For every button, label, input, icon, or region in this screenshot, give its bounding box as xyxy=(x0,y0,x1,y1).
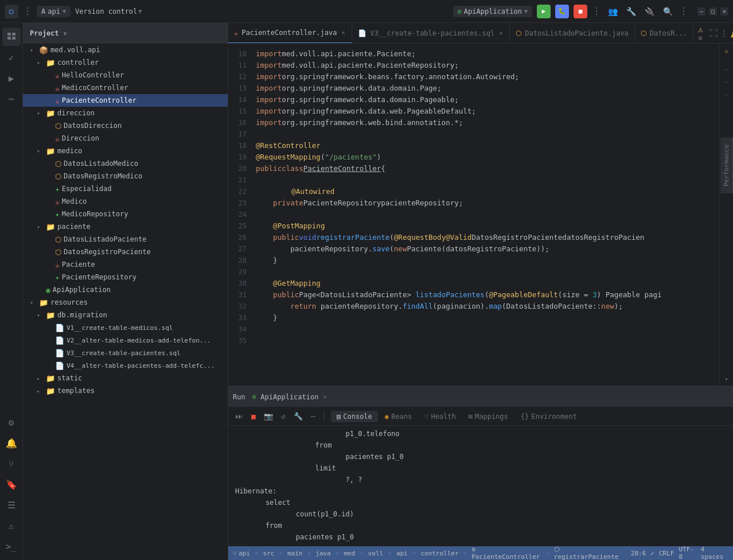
tree-item-v4-sql[interactable]: 📄 V4__alter-table-pacientes-add-telefc..… xyxy=(23,359,228,372)
gutter-warn-icon[interactable]: ⚠ xyxy=(722,46,731,55)
code-editor[interactable]: import med.voll.api.paciente.Paciente; i… xyxy=(251,44,719,386)
status-med[interactable]: med xyxy=(344,550,355,557)
tree-item-paciente-folder[interactable]: ▾ 📁 paciente xyxy=(23,220,228,233)
tree-item-medico-folder[interactable]: ▾ 📁 medico xyxy=(23,145,228,157)
screenshot-icon[interactable]: 📷 xyxy=(263,411,274,422)
bottom-api-tab-label[interactable]: ApiApplication xyxy=(260,393,318,401)
stop-process-icon[interactable]: ■ xyxy=(248,411,259,422)
tree-item-resources[interactable]: ▾ 📁 resources xyxy=(23,296,228,309)
beans-tab[interactable]: ◉ Beans xyxy=(379,411,418,422)
tab-datos-listado-paciente[interactable]: ⬡ DatosListadoPaciente.java xyxy=(510,23,635,44)
git-icon[interactable]: ⑂ xyxy=(2,454,21,473)
commit-icon[interactable]: ✓ xyxy=(2,48,21,67)
tree-item[interactable]: ▾ 📦 med.voll.api xyxy=(23,44,228,56)
status-src[interactable]: src xyxy=(263,550,275,557)
run-config-selector[interactable]: ⚙ ApiApplication ▼ xyxy=(453,6,532,17)
stop-button[interactable]: ■ xyxy=(574,5,587,18)
settings-icon[interactable]: ⚙ xyxy=(2,413,21,431)
bottom-run-tab-label[interactable]: Run xyxy=(233,393,245,401)
project-selector[interactable]: A api ▼ xyxy=(37,6,71,17)
status-git-branch[interactable]: ⑂ api xyxy=(233,550,250,557)
status-line-endings[interactable]: CRLF xyxy=(659,550,674,557)
mappings-tab[interactable]: ⊞ Mappings xyxy=(463,411,514,422)
actuator-icon[interactable]: 🔧 xyxy=(293,411,304,422)
more-tools-icon[interactable]: ⋯ xyxy=(2,90,21,108)
tab-close[interactable]: ✕ xyxy=(498,29,504,37)
status-class-name[interactable]: ⚙ PacienteController xyxy=(471,546,541,560)
todo-icon[interactable]: ⚠ xyxy=(2,516,21,535)
project-view-icon[interactable] xyxy=(2,28,21,46)
tab-v3-sql[interactable]: 📄 V3__create-table-pacientes.sql ✕ xyxy=(352,23,510,44)
version-control-selector[interactable]: Version control ▼ xyxy=(75,7,142,15)
terminal-icon[interactable]: >_ xyxy=(2,537,21,555)
project-panel-header[interactable]: Project ▼ xyxy=(23,23,228,44)
notifications-icon[interactable]: 🔔 xyxy=(2,434,21,452)
structure-icon[interactable]: ☰ xyxy=(2,496,21,514)
editor-main-row: 10 11 12 13 14 15 16 17 18 19 20 21 22 2… xyxy=(228,44,733,386)
plugins-icon[interactable]: 🔌 xyxy=(642,5,656,18)
status-main[interactable]: main xyxy=(287,550,303,557)
search-everywhere-icon[interactable]: 🔍 xyxy=(661,5,674,18)
tab-datos-r[interactable]: ⬡ DatosR... xyxy=(635,23,693,44)
status-indent[interactable]: 4 spaces xyxy=(701,546,728,560)
gutter-scroll-down[interactable]: ▾ xyxy=(722,374,731,383)
tools-icon[interactable]: 🔧 xyxy=(624,5,638,18)
tab-paciente-controller[interactable]: ☕ PacienteController.java ✕ xyxy=(228,23,352,44)
tab-close[interactable]: ✕ xyxy=(340,29,346,36)
tree-item-v1-sql[interactable]: 📄 V1__create-table-medicos.sql xyxy=(23,321,228,334)
tree-item-api-application[interactable]: ◉ ApiApplication xyxy=(23,283,228,296)
tabs-more-button[interactable]: ⚠ ≡ xyxy=(693,25,707,42)
status-controller-dir[interactable]: controller xyxy=(420,550,458,557)
minimize-button[interactable]: — xyxy=(697,7,705,15)
restart-icon[interactable]: ↺ xyxy=(278,411,289,422)
tree-item-especialidad[interactable]: ✦ Especialidad xyxy=(23,182,228,195)
tree-item-v2-sql[interactable]: 📄 V2__alter-table-medicos-add-telefon... xyxy=(23,334,228,347)
debug-button[interactable]: 🐛 xyxy=(555,5,569,18)
skip-forward-icon[interactable]: ⏭ xyxy=(233,411,244,422)
environment-tab[interactable]: {} Environment xyxy=(515,411,583,422)
tree-item-datos-listado-medico[interactable]: ⬡ DatosListadoMedico xyxy=(23,157,228,170)
toolbar-more-icon[interactable]: ⋮ xyxy=(592,6,601,17)
bookmark-icon[interactable]: 🔖 xyxy=(2,475,21,493)
profile-icon[interactable]: 👥 xyxy=(606,5,619,18)
tree-item-paciente-controller[interactable]: ☕ PacienteController xyxy=(23,94,228,107)
status-voll[interactable]: voll xyxy=(368,550,384,557)
status-method-name[interactable]: ⬡ registrarPaciente xyxy=(554,546,622,560)
tree-item-paciente[interactable]: ☕ Paciente xyxy=(23,258,228,271)
tree-item[interactable]: ▾ 📁 controller xyxy=(23,56,228,69)
notifications-bell[interactable]: 🔔 xyxy=(730,28,733,38)
tree-item-medico-repository[interactable]: ✦ MedicoRepository xyxy=(23,208,228,220)
close-button[interactable]: ✕ xyxy=(720,7,728,15)
tree-item-direccion[interactable]: ▾ 📁 direccion xyxy=(23,107,228,119)
tree-item-direccion-class[interactable]: ☕ Direccion xyxy=(23,132,228,145)
tree-item-datos-listado-paciente[interactable]: ⬡ DatosListadoPaciente xyxy=(23,233,228,246)
tree-item-medico-controller[interactable]: ☕ MedicoController xyxy=(23,81,228,94)
status-api[interactable]: api xyxy=(396,550,408,557)
editor-settings-icon[interactable]: ⋮ xyxy=(720,29,728,38)
tree-item-v3-sql[interactable]: 📄 V3__create-table-pacientes.sql xyxy=(23,347,228,359)
tree-item-paciente-repository[interactable]: ✦ PacienteRepository xyxy=(23,271,228,283)
health-tab[interactable]: ♡ Health xyxy=(419,411,462,422)
bottom-tab-close[interactable]: ✕ xyxy=(323,394,326,400)
performance-panel-toggle[interactable]: Performance xyxy=(720,138,733,193)
tree-item-datos-registro-paciente[interactable]: ⬡ DatosRegistroPaciente xyxy=(23,246,228,258)
status-java[interactable]: java xyxy=(315,550,331,557)
tree-item-hello-controller[interactable]: ☕ HelloController xyxy=(23,69,228,81)
tree-item-medico[interactable]: ☕ Medico xyxy=(23,195,228,208)
tree-item-db-migration[interactable]: ▾ 📁 db.migration xyxy=(23,309,228,321)
expand-editor-icon[interactable]: ⛶ xyxy=(709,29,718,38)
run-button[interactable]: ▶ xyxy=(537,5,551,18)
app-menu-dots[interactable]: ⋮ xyxy=(23,6,32,17)
run-icon[interactable]: ▶ xyxy=(2,69,21,87)
tree-item-datos-registro-medico[interactable]: ⬡ DatosRegistroMedico xyxy=(23,170,228,182)
maximize-button[interactable]: □ xyxy=(709,7,717,15)
tree-item-templates[interactable]: ▸ 📁 templates xyxy=(23,384,228,397)
status-position[interactable]: 28:6 xyxy=(631,550,646,557)
settings-more-icon[interactable]: ⋮ xyxy=(679,6,688,17)
tree-item-static[interactable]: ▸ 📁 static xyxy=(23,372,228,384)
status-encoding[interactable]: UTF-8 xyxy=(679,546,696,560)
more-actions-icon[interactable]: ⋯ xyxy=(307,411,319,422)
tree-item-datos-direccion[interactable]: ⬡ DatosDireccion xyxy=(23,119,228,132)
status-inspection-icon[interactable]: ✓ xyxy=(650,550,654,557)
console-tab[interactable]: ▤ Console xyxy=(331,411,378,422)
